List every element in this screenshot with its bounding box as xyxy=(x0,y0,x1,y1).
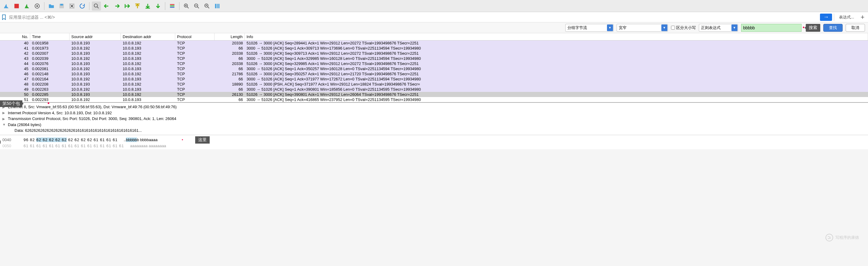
jump-icon[interactable] xyxy=(123,1,132,10)
hex-bytes[interactable]: 61 61 61 61 61 61 61 61 61 61 61 61 61 6… xyxy=(24,144,124,148)
hex-ascii: ..bbbbbb bbbbaaaa xyxy=(124,138,157,142)
expand-icon[interactable]: ▶ xyxy=(2,110,6,115)
next-icon[interactable] xyxy=(113,1,121,10)
col-len[interactable]: Length xyxy=(215,33,245,40)
col-info[interactable]: Info xyxy=(245,33,868,40)
packet-list-header: No. Time Source addr Destination addr Pr… xyxy=(0,33,868,40)
packet-row[interactable]: 450.00208110.0.8.19210.0.8.193TCP663000 … xyxy=(0,66,868,71)
open-icon[interactable] xyxy=(47,1,56,10)
col-no[interactable]: No. xyxy=(0,33,30,40)
detail-data-hex[interactable]: Data: 6262626262626262626262616161616161… xyxy=(14,127,142,134)
packet-row[interactable]: 410.00197310.0.8.19210.0.8.193TCP663000 … xyxy=(0,46,868,51)
search-in-select[interactable]: 分组字节流 xyxy=(565,24,614,32)
collapse-icon[interactable]: ▼ xyxy=(2,122,6,127)
find-btn[interactable]: 查找 xyxy=(823,24,843,32)
hex-offset: 0040 xyxy=(2,138,18,142)
shark-fin-icon[interactable] xyxy=(2,1,11,10)
marker-dot: • xyxy=(48,100,50,107)
apply-filter-btn[interactable]: → xyxy=(820,13,832,21)
zoom-in-icon[interactable] xyxy=(182,1,191,10)
hex-indicator-dot: • xyxy=(182,138,183,142)
col-dst[interactable]: Destination addr xyxy=(121,33,175,40)
svg-point-6 xyxy=(94,4,98,7)
display-filter-input[interactable] xyxy=(8,14,818,20)
reload-icon[interactable] xyxy=(78,1,87,10)
packet-list[interactable]: 第50个包 • 400.00195810.0.8.19310.0.8.192TC… xyxy=(0,40,868,102)
bookmark-icon[interactable] xyxy=(2,14,6,20)
svg-rect-0 xyxy=(14,4,19,8)
cancel-btn[interactable]: 取消 xyxy=(846,24,865,32)
save-icon[interactable] xyxy=(57,1,66,10)
case-sensitive-checkbox[interactable]: 区分大小写 xyxy=(671,25,696,31)
svg-rect-17 xyxy=(217,4,218,8)
prev-icon[interactable] xyxy=(102,1,111,10)
packet-row[interactable]: 420.00200710.0.8.19310.0.8.192TCP2033851… xyxy=(0,51,868,56)
detail-eth[interactable]: Ethernet II, Src: Vmware_bf:55:63 (00:50… xyxy=(8,104,177,110)
colorize-icon[interactable] xyxy=(168,1,177,10)
hex-pane[interactable]: 0040 96 82 62 62 62 62 62 62 62 62 62 61… xyxy=(0,135,868,149)
here-tag: 这里 xyxy=(195,136,210,144)
packet-row[interactable]: 400.00195810.0.8.19310.0.8.192TCP2033851… xyxy=(0,40,868,46)
svg-rect-10 xyxy=(170,4,175,5)
svg-rect-18 xyxy=(218,4,220,8)
expression-btn[interactable]: 表达式... xyxy=(839,14,854,20)
stop-icon[interactable] xyxy=(12,1,21,10)
zoom-reset-icon[interactable] xyxy=(203,1,212,10)
detail-tcp[interactable]: Transmission Control Protocol, Src Port:… xyxy=(8,116,176,122)
expand-icon[interactable]: ▶ xyxy=(2,116,6,121)
col-src[interactable]: Source addr xyxy=(69,33,121,40)
col-time[interactable]: Time xyxy=(30,33,69,40)
packet-50-label: 第50个包 xyxy=(0,100,22,107)
col-proto[interactable]: Protocol xyxy=(175,33,215,40)
packet-detail-pane[interactable]: ▶Ethernet II, Src: Vmware_bf:55:63 (00:5… xyxy=(0,102,868,135)
find-icon[interactable] xyxy=(92,1,101,10)
resize-cols-icon[interactable] xyxy=(213,1,222,10)
packet-row[interactable]: 460.00214810.0.8.19310.0.8.192TCP2178651… xyxy=(0,71,868,77)
options-icon[interactable] xyxy=(33,1,42,10)
svg-rect-7 xyxy=(125,4,126,8)
restart-icon[interactable] xyxy=(22,1,31,10)
go-last-icon[interactable] xyxy=(143,1,152,10)
packet-row[interactable]: 510.00229310.0.8.19210.0.8.193TCP663000 … xyxy=(0,97,868,102)
packet-row[interactable]: 490.00226310.0.8.19210.0.8.193TCP663000 … xyxy=(0,87,868,92)
svg-rect-12 xyxy=(170,7,175,7)
svg-rect-9 xyxy=(146,7,150,8)
svg-rect-8 xyxy=(135,3,140,4)
close-icon[interactable] xyxy=(67,1,76,10)
svg-rect-11 xyxy=(170,5,175,6)
packet-row[interactable]: 500.00228510.0.8.19310.0.8.192TCP2613051… xyxy=(0,92,868,97)
add-filter-btn[interactable]: + xyxy=(859,13,866,21)
search-tag: 搜索 xyxy=(806,24,820,32)
packet-row[interactable]: 440.00207610.0.8.19310.0.8.192TCP2033851… xyxy=(0,61,868,66)
detail-data[interactable]: Data (26064 bytes) xyxy=(8,122,41,128)
detail-ip[interactable]: Internet Protocol Version 4, Src: 10.0.8… xyxy=(8,110,112,116)
display-filter-bar: → 表达式... + xyxy=(0,12,868,22)
main-toolbar xyxy=(0,0,868,12)
hex-bytes[interactable]: 96 82 62 62 62 62 62 62 62 62 62 61 61 6… xyxy=(24,138,118,142)
hex-ascii: aaaaaaaa aaaaaaaa xyxy=(130,144,166,148)
zoom-out-icon[interactable] xyxy=(192,1,201,10)
charset-select[interactable]: 宽窄 xyxy=(617,24,668,32)
auto-scroll-icon[interactable] xyxy=(153,1,162,10)
hex-offset: 0050 xyxy=(2,144,18,148)
find-bar: 分组字节流▼ 宽窄▼ 区分大小写 正则表达式▼ • 搜索 查找 取消 xyxy=(0,22,868,33)
packet-row[interactable]: 480.00220810.0.8.19310.0.8.192TCP1889051… xyxy=(0,82,868,87)
svg-point-2 xyxy=(36,5,38,7)
search-term-input[interactable] xyxy=(741,24,802,32)
svg-rect-4 xyxy=(60,4,63,5)
go-first-icon[interactable] xyxy=(133,1,142,10)
svg-rect-16 xyxy=(215,4,217,8)
packet-row[interactable]: 430.00203910.0.8.19210.0.8.193TCP663000 … xyxy=(0,56,868,61)
packet-row[interactable]: 470.00216410.0.8.19210.0.8.193TCP663000 … xyxy=(0,77,868,82)
